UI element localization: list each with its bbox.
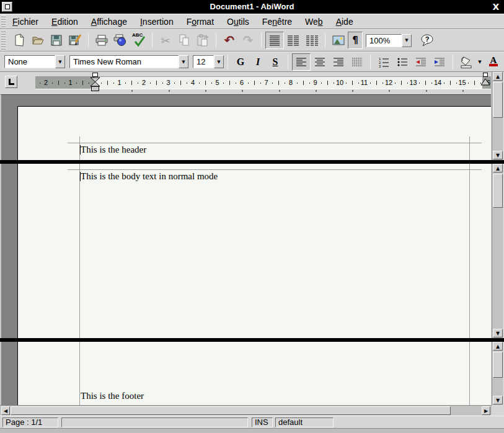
title-bar[interactable]: Document1 - AbiWord X	[0, 0, 504, 14]
save-document-button[interactable]	[47, 32, 66, 49]
highlight-color-dropdown-arrow[interactable]: ▼	[475, 53, 484, 71]
close-button[interactable]: X	[490, 1, 502, 13]
page-footer-area[interactable]: This is the footer	[17, 342, 491, 405]
insert-image-button[interactable]	[329, 32, 348, 49]
toolbar-grip-handle[interactable]	[1, 30, 6, 50]
menu-item-format[interactable]: Format	[186, 15, 214, 29]
menu-item-web[interactable]: Web	[304, 15, 324, 29]
menu-item-fichier[interactable]: Fichier	[12, 15, 39, 29]
scroll-down-button[interactable]: ▼	[493, 329, 503, 337]
toolbar-formatting: None ▼ Times New Roman ▼ 12 ▼ G I S	[0, 51, 504, 72]
print-preview-button[interactable]	[111, 32, 130, 49]
ruler-tick	[285, 83, 285, 84]
right-indent-marker[interactable]	[480, 73, 490, 89]
font-size-select[interactable]: 12	[193, 55, 214, 68]
bold-button[interactable]: G	[232, 53, 249, 71]
paste-button[interactable]	[193, 32, 212, 49]
help-button[interactable]: ?	[418, 32, 436, 49]
ruler-tick	[321, 83, 322, 84]
decrease-indent-button[interactable]	[412, 53, 430, 71]
scroll-up-button[interactable]: ▲	[493, 164, 503, 172]
save-as-button[interactable]	[66, 32, 84, 49]
tab-stop-mark	[462, 90, 464, 92]
print-button[interactable]	[92, 32, 111, 49]
scrollbar-corner	[492, 405, 504, 415]
redo-button[interactable]: ↷	[239, 32, 257, 49]
view-two-columns-button[interactable]	[284, 32, 303, 49]
menu-item-insertion[interactable]: Insertion	[139, 15, 174, 29]
numbered-list-button[interactable]: 1 2 3	[374, 53, 393, 71]
spellcheck-button[interactable]: ABC	[130, 32, 148, 49]
margin-guide-right	[469, 342, 470, 405]
cut-button[interactable]: ✂	[156, 32, 175, 49]
page-header-area[interactable]: This is the header	[17, 106, 491, 160]
menu-item-aide[interactable]: Aide	[335, 15, 354, 29]
bullet-list-button[interactable]	[393, 53, 412, 71]
footer-text[interactable]: This is the footer	[81, 391, 144, 401]
align-left-button[interactable]	[292, 53, 311, 71]
style-select[interactable]: None	[4, 55, 55, 68]
font-dropdown-arrow[interactable]: ▼	[179, 55, 188, 68]
undo-button[interactable]: ↶	[220, 32, 239, 49]
show-formatting-marks-button[interactable]: ¶	[348, 32, 363, 49]
menubar-grip-handle[interactable]	[1, 15, 6, 28]
scrollbar-header-pane[interactable]: ▲ ▼	[492, 72, 503, 160]
tab-stop-mark	[169, 90, 170, 92]
body-text[interactable]: This is the body text in normal mode	[81, 172, 218, 181]
font-select[interactable]: Times New Roman	[69, 55, 179, 68]
scrollbar-body-pane[interactable]: ▲ ▼	[492, 164, 503, 338]
zoom-input[interactable]: 100%	[366, 34, 402, 47]
margin-guide-right	[469, 136, 470, 160]
ruler-tick	[370, 83, 371, 84]
scroll-down-button[interactable]: ▼	[493, 396, 503, 404]
scroll-up-button[interactable]: ▲	[493, 72, 503, 81]
font-size-dropdown-arrow[interactable]: ▼	[214, 55, 224, 68]
new-document-button[interactable]	[10, 32, 29, 49]
numbered-list-icon: 1 2 3	[378, 56, 390, 68]
align-right-button[interactable]	[329, 53, 348, 71]
ruler-tick	[260, 83, 261, 84]
menu-item-outils[interactable]: Outils	[226, 15, 250, 29]
scroll-left-button[interactable]: ◀	[1, 406, 10, 415]
underline-button[interactable]: S	[267, 53, 284, 71]
ruler-strip[interactable]: 2112345678910111213141516	[35, 76, 491, 89]
scrollbar-thumb[interactable]	[493, 174, 503, 208]
ruler-tick	[254, 81, 255, 85]
horizontal-scrollbar[interactable]: ◀ ▶	[0, 405, 492, 415]
scrollbar-footer-pane[interactable]: ▲ ▼	[492, 342, 503, 405]
header-text[interactable]: This is the header	[81, 145, 146, 154]
view-three-columns-button[interactable]	[303, 32, 321, 49]
view-one-column-button[interactable]	[265, 32, 284, 49]
increase-indent-button[interactable]	[430, 53, 449, 71]
horizontal-scrollbar-thumb[interactable]	[11, 406, 451, 415]
scroll-up-button[interactable]: ▲	[493, 342, 503, 350]
scrollbar-thumb[interactable]	[493, 82, 503, 118]
left-indent-marker[interactable]	[90, 73, 100, 92]
open-document-button[interactable]	[29, 32, 47, 49]
scroll-down-button[interactable]: ▼	[493, 151, 503, 159]
ruler-tick	[211, 83, 212, 84]
italic-button[interactable]: I	[249, 53, 267, 71]
window-bottom-edge	[0, 428, 504, 433]
highlight-color-button[interactable]	[457, 53, 475, 71]
style-dropdown-arrow[interactable]: ▼	[55, 55, 65, 68]
ruler-tick	[431, 83, 432, 84]
menu-item-fenetre[interactable]: Fenêtre	[262, 15, 293, 29]
scroll-right-button[interactable]: ▶	[482, 406, 490, 415]
abiword-window: Document1 - AbiWord X FichierEditionAffi…	[0, 0, 504, 433]
ruler-tick	[82, 81, 83, 85]
copy-button[interactable]	[175, 32, 193, 49]
scrollbar-thumb[interactable]	[493, 352, 503, 378]
zoom-dropdown-arrow[interactable]: ▼	[402, 34, 412, 47]
align-justify-button[interactable]	[348, 53, 366, 71]
menu-item-edition[interactable]: Edition	[51, 15, 79, 29]
ruler-tick	[395, 83, 396, 84]
tab-selector-button[interactable]	[5, 76, 17, 88]
highlight-bucket-icon	[459, 55, 474, 69]
header-pane: This is the header	[0, 94, 491, 160]
align-center-button[interactable]	[311, 53, 329, 71]
page-body-area[interactable]: This is the body text in normal mode	[17, 164, 491, 338]
menu-item-affichage[interactable]: Affichage	[91, 15, 128, 29]
font-color-button[interactable]: G A	[484, 53, 503, 71]
tab-stop-mark	[205, 90, 206, 92]
